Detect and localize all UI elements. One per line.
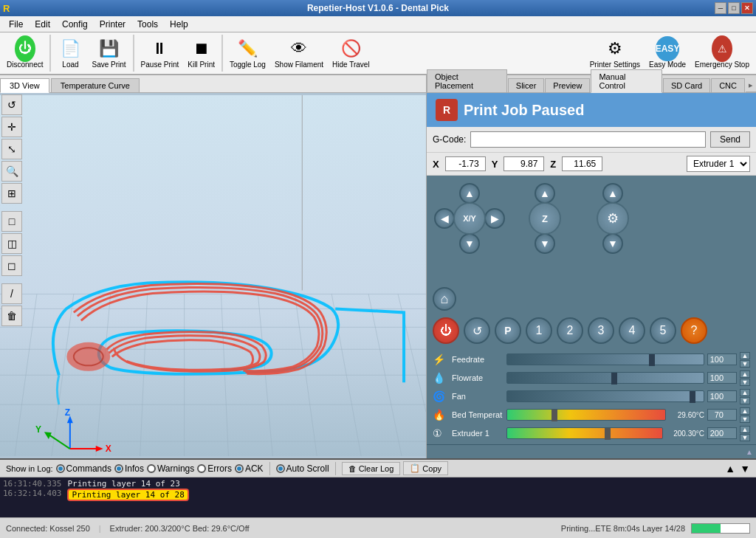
restore-button[interactable]: □ xyxy=(728,2,740,14)
view-option5[interactable]: 🗑 xyxy=(1,306,22,326)
zoom-fit-button[interactable]: ⊞ xyxy=(1,183,22,204)
y-minus-button[interactable]: ▼ xyxy=(459,233,480,254)
extruder-temp-up[interactable]: ▲ xyxy=(740,426,750,433)
save-print-button[interactable]: 💾 Save Print xyxy=(88,34,129,72)
commands-radio[interactable]: Commands xyxy=(56,463,111,474)
tab-object-placement[interactable]: Object Placement xyxy=(427,69,507,92)
fan-input[interactable] xyxy=(707,390,737,402)
menu-tools[interactable]: Tools xyxy=(131,18,164,31)
load-button[interactable]: 📄 Load xyxy=(54,34,86,72)
preset-3-button[interactable]: 3 xyxy=(588,317,614,344)
flowrate-up[interactable]: ▲ xyxy=(740,370,750,378)
fan-up[interactable]: ▲ xyxy=(740,389,750,396)
home-button[interactable]: ⌂ xyxy=(433,287,456,311)
menu-printer[interactable]: Printer xyxy=(94,18,131,31)
tab-temperature-curve[interactable]: Temperature Curve xyxy=(51,78,140,92)
tab-manual-control[interactable]: Manual Control xyxy=(591,69,662,93)
bed-temp-track[interactable] xyxy=(506,409,666,421)
kill-print-button[interactable]: ⏹ Kill Print xyxy=(184,34,219,72)
hide-travel-button[interactable]: 🚫 Hide Travel xyxy=(329,34,374,72)
easy-mode-button[interactable]: EASY Easy Mode xyxy=(645,34,690,72)
view-option3[interactable]: ◻ xyxy=(1,255,22,276)
warnings-radio[interactable]: Warnings xyxy=(147,463,194,474)
menu-file[interactable]: File xyxy=(3,18,29,31)
y-plus-button[interactable]: ▲ xyxy=(459,183,480,204)
extruder-center[interactable]: ⚙ xyxy=(597,202,629,235)
show-filament-button[interactable]: 👁 Show Filament xyxy=(271,34,327,72)
tab-preview[interactable]: Preview xyxy=(545,78,590,92)
infos-radio-dot xyxy=(114,464,123,473)
clear-log-button[interactable]: 🗑 Clear Log xyxy=(342,462,401,475)
tab-sd-card[interactable]: SD Card xyxy=(663,78,710,92)
log-msg-2: Printing layer 14 of 28 xyxy=(67,489,188,501)
scale-tool-button[interactable]: ⤡ xyxy=(1,139,22,159)
flowrate-input[interactable] xyxy=(707,372,737,384)
extruder-temp-input[interactable] xyxy=(707,427,737,439)
autoscroll-radio[interactable]: Auto Scroll xyxy=(276,463,329,474)
errors-radio[interactable]: Errors xyxy=(197,463,232,474)
feedrate-track[interactable] xyxy=(506,354,704,365)
bed-temp-up[interactable]: ▲ xyxy=(740,407,750,415)
close-button[interactable]: ✕ xyxy=(741,2,753,14)
preset-4-button[interactable]: 4 xyxy=(619,317,645,344)
ack-radio[interactable]: ACK xyxy=(235,463,264,474)
bed-temp-down[interactable]: ▼ xyxy=(740,415,750,423)
log-scroll-down[interactable]: ▼ xyxy=(740,463,750,475)
scroll-up-icon[interactable]: ▲ xyxy=(746,448,753,456)
view-option2[interactable]: ◫ xyxy=(1,233,22,254)
preset-1-button[interactable]: 1 xyxy=(526,317,552,344)
extruder-select[interactable]: Extruder 1 Extruder 2 xyxy=(687,156,750,172)
disconnect-button[interactable]: ⏻ Disconnect xyxy=(3,34,47,72)
preset-2-button[interactable]: 2 xyxy=(557,317,583,344)
pause-print-button[interactable]: ⏸ Pause Print xyxy=(137,34,183,72)
send-button[interactable]: Send xyxy=(710,131,750,148)
emergency-stop-button[interactable]: ⚠ Emergency Stop xyxy=(691,34,753,72)
feedrate-down[interactable]: ▼ xyxy=(740,360,750,368)
xy-center[interactable]: X/Y xyxy=(453,202,486,235)
z-center[interactable]: Z xyxy=(529,202,561,235)
bed-temp-label: Bed Temperat xyxy=(452,410,504,419)
gcode-input[interactable] xyxy=(470,131,706,148)
fan-down[interactable]: ▼ xyxy=(740,397,750,404)
tab-slicer[interactable]: Slicer xyxy=(508,78,545,92)
zoom-in-button[interactable]: 🔍 xyxy=(1,161,22,182)
rotate-tool-button[interactable]: ↺ xyxy=(1,94,22,115)
feedrate-input[interactable] xyxy=(707,354,737,365)
view-option1[interactable]: □ xyxy=(1,211,22,232)
feedrate-up[interactable]: ▲ xyxy=(740,352,750,359)
power-button[interactable]: ⏻ xyxy=(433,317,459,344)
extruder-temp-track[interactable] xyxy=(506,427,663,439)
tab-cnc[interactable]: CNC xyxy=(711,78,745,92)
infos-radio[interactable]: Infos xyxy=(114,463,144,474)
preset-5-button[interactable]: 5 xyxy=(650,317,676,344)
flowrate-track[interactable] xyxy=(506,372,704,384)
copy-button[interactable]: 📋 Copy xyxy=(403,461,448,475)
x-minus-button[interactable]: ◀ xyxy=(434,208,455,229)
x-plus-button[interactable]: ▶ xyxy=(484,208,505,229)
progress-bar xyxy=(691,523,750,534)
menu-edit[interactable]: Edit xyxy=(29,18,56,31)
home-area: ⌂ xyxy=(427,285,756,313)
move-tool-button[interactable]: ✛ xyxy=(1,117,22,137)
extruder-down-button[interactable]: ▼ xyxy=(602,233,623,254)
help-button[interactable]: ? xyxy=(681,317,707,344)
menu-help[interactable]: Help xyxy=(164,18,194,31)
bed-temp-input[interactable] xyxy=(707,409,737,421)
reset-button[interactable]: ↺ xyxy=(464,317,490,344)
feedrate-thumb xyxy=(649,354,655,366)
flowrate-down[interactable]: ▼ xyxy=(740,379,750,386)
fan-track[interactable] xyxy=(506,390,704,402)
z-plus-button[interactable]: ▲ xyxy=(535,183,555,204)
log-scroll-up[interactable]: ▲ xyxy=(725,463,735,475)
park-button[interactable]: P xyxy=(495,317,521,344)
menu-config[interactable]: Config xyxy=(56,18,94,31)
extruder-temp-down[interactable]: ▼ xyxy=(740,434,750,441)
printer-settings-button[interactable]: ⚙ Printer Settings xyxy=(586,34,644,72)
tab-3d-view[interactable]: 3D View xyxy=(0,78,49,93)
view-option4[interactable]: / xyxy=(1,283,22,304)
minimize-button[interactable]: ─ xyxy=(715,2,726,14)
extruder-up-button[interactable]: ▲ xyxy=(602,183,623,204)
z-minus-button[interactable]: ▼ xyxy=(535,233,555,254)
menubar: File Edit Config Printer Tools Help xyxy=(0,16,756,32)
toggle-log-button[interactable]: ✏️ Toggle Log xyxy=(226,34,269,72)
